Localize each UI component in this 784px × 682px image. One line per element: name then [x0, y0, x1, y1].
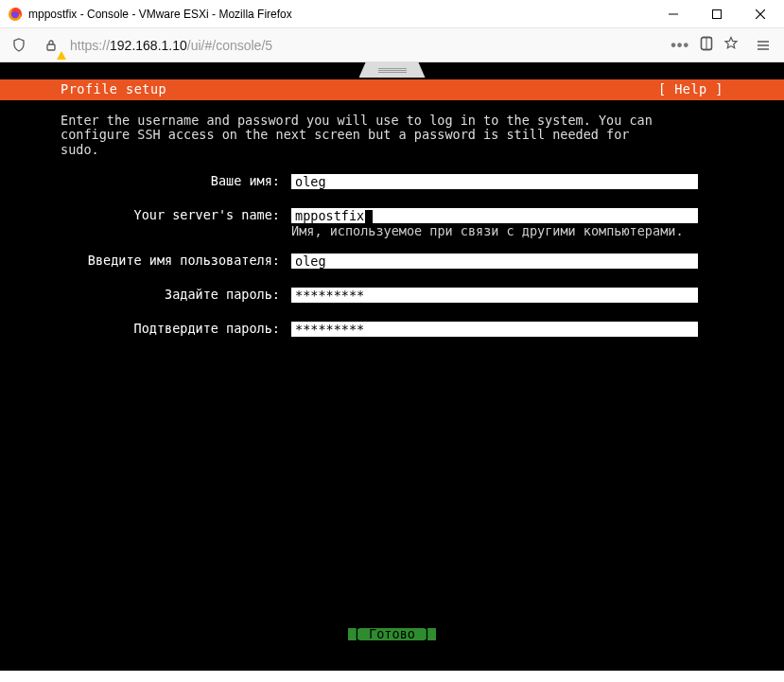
label-server: Your server's name:: [53, 208, 280, 222]
console-pull-tab[interactable]: [359, 62, 426, 78]
input-confirm[interactable]: *********: [291, 322, 698, 337]
url-host: 192.168.1.10: [110, 38, 187, 53]
window-bottom-border: [0, 671, 784, 682]
profile-form: Ваше имя: oleg Your server's name: mppos…: [0, 163, 784, 337]
tracking-shield-icon[interactable]: [6, 32, 32, 59]
installer-title: Profile setup: [61, 83, 166, 96]
hint-server: Имя, используемое при связи с другими ко…: [291, 223, 707, 238]
maximize-button[interactable]: [695, 0, 739, 28]
label-password: Задайте пароль:: [53, 288, 280, 302]
lock-warning-icon[interactable]: [38, 32, 64, 59]
bookmark-star-icon[interactable]: [723, 36, 739, 55]
reader-mode-icon[interactable]: [699, 36, 714, 55]
page-actions-button[interactable]: •••: [671, 37, 689, 54]
input-name[interactable]: oleg: [291, 174, 698, 189]
done-row: [ Готово ]: [0, 628, 784, 641]
close-button[interactable]: [739, 0, 782, 28]
row-server: Your server's name: mppostfix Имя, испол…: [53, 208, 731, 238]
minimize-button[interactable]: [652, 0, 695, 28]
text-caret: [365, 210, 373, 223]
window-controls: [652, 0, 782, 28]
hamburger-menu-button[interactable]: [748, 32, 778, 59]
installer-header: Profile setup [ Help ]: [0, 79, 784, 100]
warning-triangle-icon: [57, 51, 66, 60]
vm-console[interactable]: Profile setup [ Help ] Enter the usernam…: [0, 62, 784, 671]
label-username: Введите имя пользователя:: [53, 254, 280, 268]
label-name: Ваше имя:: [53, 174, 280, 188]
address-text[interactable]: https://192.168.1.10/ui/#/console/5: [70, 38, 665, 53]
installer-intro: Enter the username and password you will…: [0, 100, 784, 164]
window-title: mppostfix - Console - VMware ESXi - Mozi…: [28, 8, 652, 21]
row-password: Задайте пароль: *********: [53, 288, 731, 303]
firefox-icon: [8, 7, 23, 22]
label-confirm: Подтвердите пароль:: [53, 322, 280, 336]
window-titlebar: mppostfix - Console - VMware ESXi - Mozi…: [0, 0, 784, 28]
row-username: Введите имя пользователя: oleg: [53, 254, 731, 269]
input-username[interactable]: oleg: [291, 254, 698, 269]
input-server[interactable]: mppostfix: [291, 208, 698, 223]
svg-rect-6: [47, 44, 55, 50]
done-button[interactable]: [ Готово ]: [348, 628, 436, 641]
url-scheme: https://: [70, 38, 110, 53]
svg-rect-3: [713, 9, 722, 18]
row-confirm: Подтвердите пароль: *********: [53, 322, 731, 337]
help-button[interactable]: [ Help ]: [658, 83, 723, 96]
urlbar-actions: •••: [671, 36, 739, 55]
browser-urlbar: https://192.168.1.10/ui/#/console/5 •••: [0, 28, 784, 62]
url-path: /ui/#/console/5: [187, 38, 272, 53]
row-name: Ваше имя: oleg: [53, 174, 731, 189]
input-password[interactable]: *********: [291, 288, 698, 303]
ubuntu-installer: Profile setup [ Help ] Enter the usernam…: [0, 79, 784, 337]
